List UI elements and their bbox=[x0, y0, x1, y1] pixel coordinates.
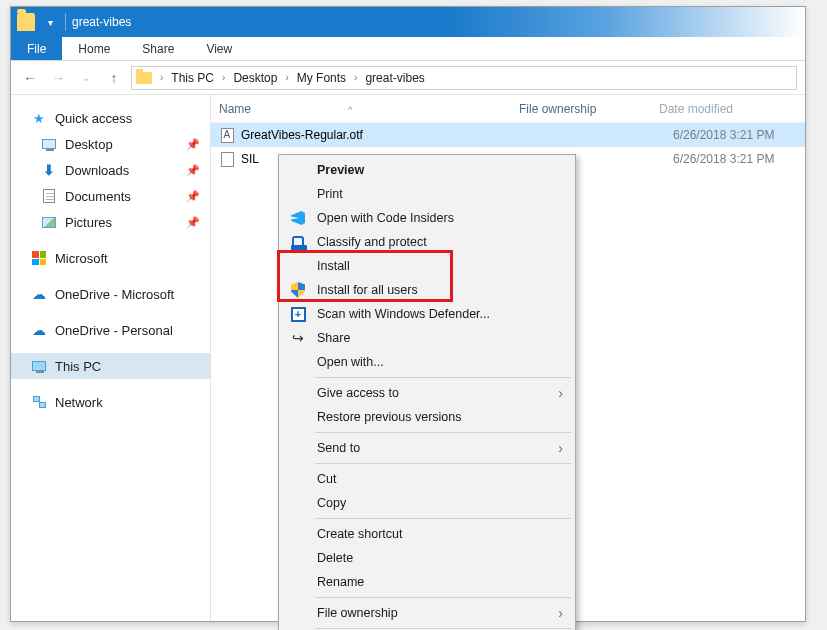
microsoft-icon bbox=[31, 250, 47, 266]
file-date: 6/26/2018 3:21 PM bbox=[673, 128, 805, 142]
chevron-right-icon[interactable]: › bbox=[156, 72, 167, 83]
ctx-install[interactable]: Install bbox=[281, 254, 573, 278]
ctx-scan-defender[interactable]: + Scan with Windows Defender... bbox=[281, 302, 573, 326]
cloud-icon: ☁ bbox=[31, 286, 47, 302]
separator bbox=[315, 628, 571, 629]
tab-view[interactable]: View bbox=[190, 37, 248, 60]
ctx-label: Classify and protect bbox=[317, 235, 427, 249]
font-file-icon bbox=[219, 127, 235, 143]
downloads-icon: ⬇ bbox=[41, 162, 57, 178]
column-headers: Name ^ File ownership Date modified bbox=[211, 95, 805, 123]
pin-icon: 📌 bbox=[186, 190, 200, 203]
ctx-rename[interactable]: Rename bbox=[281, 570, 573, 594]
documents-icon bbox=[41, 188, 57, 204]
file-row[interactable]: GreatVibes-Regular.otf 6/26/2018 3:21 PM bbox=[211, 123, 805, 147]
nav-back-icon[interactable]: ← bbox=[19, 67, 41, 89]
sidebar-item-this-pc[interactable]: This PC bbox=[11, 353, 210, 379]
sidebar-label: Microsoft bbox=[55, 251, 108, 266]
breadcrumb-great-vibes[interactable]: great-vibes bbox=[363, 71, 426, 85]
file-name: GreatVibes-Regular.otf bbox=[241, 128, 533, 142]
nav-bar: ← → ⌄ ↑ › This PC › Desktop › My Fonts ›… bbox=[11, 61, 805, 95]
column-date-modified[interactable]: Date modified bbox=[659, 102, 805, 116]
star-icon: ★ bbox=[31, 110, 47, 126]
ctx-open-with-code[interactable]: Open with Code Insiders bbox=[281, 206, 573, 230]
sidebar-item-onedrive-personal[interactable]: ☁ OneDrive - Personal bbox=[11, 317, 210, 343]
chevron-right-icon[interactable]: › bbox=[281, 72, 292, 83]
ctx-share[interactable]: ↪ Share bbox=[281, 326, 573, 350]
network-icon bbox=[31, 394, 47, 410]
ctx-label: Share bbox=[317, 331, 350, 345]
shield-icon bbox=[289, 281, 307, 299]
pc-icon bbox=[31, 358, 47, 374]
breadcrumb-desktop[interactable]: Desktop bbox=[231, 71, 279, 85]
tab-file[interactable]: File bbox=[11, 37, 62, 60]
sidebar-quick-access[interactable]: ★ Quick access bbox=[11, 105, 210, 131]
sidebar-item-onedrive-microsoft[interactable]: ☁ OneDrive - Microsoft bbox=[11, 281, 210, 307]
ctx-preview[interactable]: Preview bbox=[281, 158, 573, 182]
explorer-window: ▾ great-vibes File Home Share View ← → ⌄… bbox=[10, 6, 806, 622]
window-title: great-vibes bbox=[72, 15, 131, 29]
defender-icon: + bbox=[289, 305, 307, 323]
ctx-label: Open with Code Insiders bbox=[317, 211, 454, 225]
sidebar-label: Quick access bbox=[55, 111, 132, 126]
context-menu: Preview Print Open with Code Insiders Cl… bbox=[278, 154, 576, 630]
separator bbox=[315, 597, 571, 598]
sidebar-label: OneDrive - Microsoft bbox=[55, 287, 174, 302]
lock-icon bbox=[289, 233, 307, 251]
sidebar-item-network[interactable]: Network bbox=[11, 389, 210, 415]
column-ownership[interactable]: File ownership bbox=[519, 102, 659, 116]
ctx-delete[interactable]: Delete bbox=[281, 546, 573, 570]
ctx-cut[interactable]: Cut bbox=[281, 467, 573, 491]
chevron-right-icon[interactable]: › bbox=[218, 72, 229, 83]
ctx-copy[interactable]: Copy bbox=[281, 491, 573, 515]
ctx-label: Give access to bbox=[317, 386, 399, 400]
sidebar-label: Desktop bbox=[65, 137, 113, 152]
column-name[interactable]: Name ^ bbox=[219, 102, 519, 116]
ctx-install-all-users[interactable]: Install for all users bbox=[281, 278, 573, 302]
sidebar-label: Downloads bbox=[65, 163, 129, 178]
chevron-right-icon: › bbox=[558, 385, 563, 401]
file-date: 6/26/2018 3:21 PM bbox=[673, 152, 805, 166]
ctx-label: File ownership bbox=[317, 606, 398, 620]
ctx-classify[interactable]: Classify and protect bbox=[281, 230, 573, 254]
ctx-send-to[interactable]: Send to › bbox=[281, 436, 573, 460]
qat-dropdown-icon[interactable]: ▾ bbox=[41, 17, 59, 28]
ctx-open-with[interactable]: Open with... bbox=[281, 350, 573, 374]
breadcrumb-this-pc[interactable]: This PC bbox=[169, 71, 216, 85]
ctx-restore-versions[interactable]: Restore previous versions bbox=[281, 405, 573, 429]
pin-icon: 📌 bbox=[186, 138, 200, 151]
ctx-print[interactable]: Print bbox=[281, 182, 573, 206]
column-label: Name bbox=[219, 102, 251, 116]
pin-icon: 📌 bbox=[186, 216, 200, 229]
breadcrumb-my-fonts[interactable]: My Fonts bbox=[295, 71, 348, 85]
sidebar-item-documents[interactable]: Documents 📌 bbox=[11, 183, 210, 209]
sidebar-label: Network bbox=[55, 395, 103, 410]
separator bbox=[65, 13, 66, 31]
sort-up-icon: ^ bbox=[348, 105, 352, 115]
sidebar-item-downloads[interactable]: ⬇ Downloads 📌 bbox=[11, 157, 210, 183]
nav-recent-dropdown-icon[interactable]: ⌄ bbox=[75, 67, 97, 89]
folder-icon bbox=[136, 72, 152, 84]
sidebar-label: This PC bbox=[55, 359, 101, 374]
ctx-create-shortcut[interactable]: Create shortcut bbox=[281, 522, 573, 546]
chevron-right-icon[interactable]: › bbox=[350, 72, 361, 83]
title-bar: ▾ great-vibes bbox=[11, 7, 805, 37]
chevron-right-icon: › bbox=[558, 605, 563, 621]
sidebar-item-desktop[interactable]: Desktop 📌 bbox=[11, 131, 210, 157]
navigation-pane: ★ Quick access Desktop 📌 ⬇ Downloads 📌 D… bbox=[11, 95, 211, 621]
sidebar-item-microsoft[interactable]: Microsoft bbox=[11, 245, 210, 271]
address-bar[interactable]: › This PC › Desktop › My Fonts › great-v… bbox=[131, 66, 797, 90]
ctx-give-access[interactable]: Give access to › bbox=[281, 381, 573, 405]
cloud-icon: ☁ bbox=[31, 322, 47, 338]
tab-share[interactable]: Share bbox=[126, 37, 190, 60]
nav-up-icon[interactable]: ↑ bbox=[103, 67, 125, 89]
chevron-right-icon: › bbox=[558, 440, 563, 456]
text-file-icon bbox=[219, 151, 235, 167]
ctx-file-ownership[interactable]: File ownership › bbox=[281, 601, 573, 625]
vscode-icon bbox=[289, 209, 307, 227]
nav-forward-icon[interactable]: → bbox=[47, 67, 69, 89]
sidebar-item-pictures[interactable]: Pictures 📌 bbox=[11, 209, 210, 235]
separator bbox=[315, 463, 571, 464]
folder-icon bbox=[17, 13, 35, 31]
tab-home[interactable]: Home bbox=[62, 37, 126, 60]
